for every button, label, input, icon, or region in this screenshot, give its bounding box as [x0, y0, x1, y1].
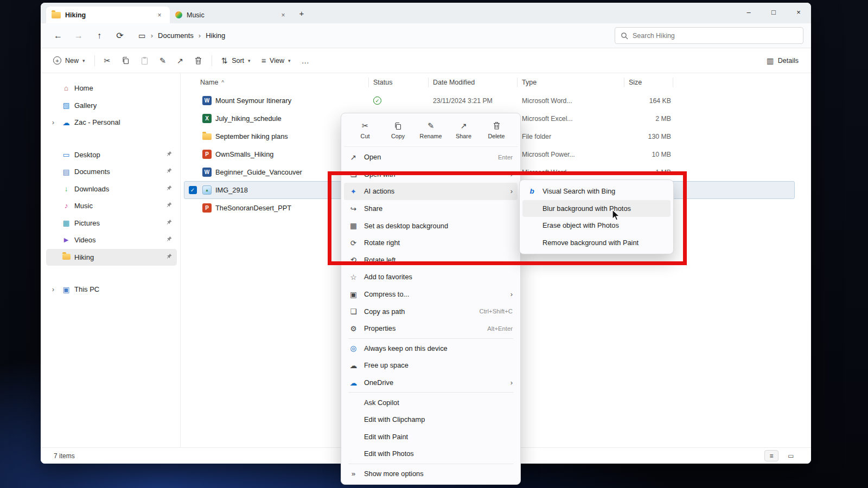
- column-header-status[interactable]: Status: [368, 78, 428, 87]
- menu-item-edit-with-clipchamp[interactable]: Edit with Clipchamp: [344, 411, 518, 428]
- up-button[interactable]: ↑: [90, 27, 109, 45]
- menu-item-free-up-space[interactable]: ☁ Free up space: [344, 357, 518, 374]
- submenu-arrow-icon: ›: [510, 378, 513, 387]
- copy-button[interactable]: [117, 52, 135, 70]
- column-header-date-modified[interactable]: Date Modified: [428, 78, 517, 87]
- sidebar-item-gallery[interactable]: ▧ Gallery: [46, 97, 177, 114]
- plus-icon: +: [53, 56, 61, 65]
- menu-separator: [348, 392, 513, 393]
- menu-item-edit-with-paint[interactable]: Edit with Paint: [344, 428, 518, 446]
- menu-item-edit-with-photos[interactable]: Edit with Photos: [344, 445, 518, 463]
- copy-quick-action[interactable]: Copy: [384, 117, 413, 144]
- sidebar-item-desktop[interactable]: ▭ Desktop: [46, 146, 177, 164]
- delete-quick-action[interactable]: Delete: [482, 117, 511, 144]
- cut-button[interactable]: ✂: [99, 52, 116, 70]
- submenu-item-blur-background-photos[interactable]: Blur background with Photos: [522, 200, 671, 217]
- file-type: Microsoft Power...: [518, 151, 624, 158]
- chevron-down-icon: ▾: [248, 58, 251, 63]
- breadcrumb-hiking[interactable]: Hiking: [206, 31, 225, 40]
- file-date: 23/11/2024 3:21 PM: [429, 97, 518, 105]
- cut-quick-action[interactable]: ✂ Cut: [350, 117, 380, 144]
- file-row[interactable]: WMount Seymour Itinerary ✓ 23/11/2024 3:…: [184, 92, 795, 110]
- file-type: Microsoft Word...: [518, 97, 624, 105]
- word-file-icon: W: [202, 168, 212, 177]
- breadcrumb-documents[interactable]: Documents: [158, 31, 194, 40]
- file-type: Microsoft Excel...: [518, 115, 624, 123]
- menu-item-open[interactable]: ↗ Open Enter: [344, 149, 518, 166]
- file-name: Beginner_Guide_Vancouver: [215, 168, 302, 176]
- sidebar-item-videos[interactable]: ▶ Videos: [46, 232, 177, 249]
- menu-item-share[interactable]: ↪ Share: [344, 200, 518, 217]
- column-header-name[interactable]: Name ^: [184, 78, 368, 87]
- menu-item-show-more-options[interactable]: » Show more options: [344, 465, 518, 483]
- submenu-item-remove-background-paint[interactable]: Remove background with Paint: [522, 234, 671, 252]
- details-view-toggle[interactable]: ≡: [764, 450, 778, 461]
- rename-button[interactable]: ✎: [155, 52, 171, 70]
- back-button[interactable]: ←: [48, 27, 68, 45]
- share-quick-action[interactable]: ↗ Share: [449, 117, 478, 144]
- sort-button[interactable]: ⇅ Sort ▾: [216, 52, 256, 70]
- shortcut-label: Enter: [498, 154, 513, 160]
- details-pane-button[interactable]: ▥ Details: [762, 52, 803, 70]
- checkbox-checked[interactable]: ✓: [189, 186, 197, 194]
- menu-item-open-with[interactable]: ❏ Open with ›: [344, 166, 518, 183]
- share-icon: ↗: [460, 121, 467, 131]
- sidebar-item-hiking[interactable]: Hiking: [46, 249, 177, 266]
- rename-quick-action[interactable]: ✎ Rename: [416, 117, 445, 144]
- menu-item-rotate-right[interactable]: ⟳ Rotate right: [344, 234, 518, 252]
- submenu-item-visual-search-bing[interactable]: b Visual Search with Bing: [522, 183, 671, 200]
- column-header-type[interactable]: Type: [517, 78, 624, 87]
- excel-file-icon: X: [202, 114, 212, 123]
- large-icons-view-toggle[interactable]: ▭: [784, 450, 798, 461]
- menu-item-copy-as-path[interactable]: ❏ Copy as path Ctrl+Shift+C: [344, 303, 518, 320]
- quick-actions-row: ✂ Cut Copy ✎ Rename ↗ Share Delete: [344, 115, 518, 147]
- new-button[interactable]: + New ▾: [48, 52, 90, 70]
- tab-hiking[interactable]: Hiking ×: [46, 7, 170, 23]
- sidebar-item-home[interactable]: ⌂ Home: [46, 80, 177, 97]
- menu-item-ai-actions[interactable]: ✦ AI actions ›: [344, 183, 518, 200]
- chevron-right-icon[interactable]: ›: [48, 286, 58, 293]
- tab-close-icon[interactable]: ×: [155, 11, 164, 19]
- close-button[interactable]: ×: [786, 3, 811, 21]
- paste-icon: [141, 56, 149, 65]
- search-input[interactable]: Search Hiking: [615, 27, 803, 44]
- sidebar-item-pictures[interactable]: ▦ Pictures: [46, 215, 177, 232]
- share-button[interactable]: ↗: [172, 52, 188, 70]
- sidebar-item-documents[interactable]: ▤ Documents: [46, 163, 177, 181]
- tab-music[interactable]: Music ×: [170, 7, 293, 23]
- file-size: 1 MB: [624, 169, 673, 176]
- forward-button[interactable]: →: [69, 27, 88, 45]
- downloads-icon: ↓: [60, 185, 72, 193]
- ai-actions-submenu: b Visual Search with Bing Blur backgroun…: [519, 179, 674, 254]
- delete-button[interactable]: [189, 52, 207, 70]
- view-button[interactable]: ≡ View ▾: [257, 52, 296, 70]
- menu-item-ask-copilot[interactable]: Ask Copilot: [344, 394, 518, 411]
- gallery-icon: ▧: [60, 101, 72, 110]
- refresh-button[interactable]: ⟳: [110, 27, 130, 45]
- menu-item-add-to-favorites[interactable]: ☆ Add to favorites: [344, 268, 518, 286]
- maximize-button[interactable]: □: [761, 3, 786, 21]
- sort-ascending-icon: ^: [221, 80, 224, 86]
- menu-item-compress-to[interactable]: ▣ Compress to... ›: [344, 286, 518, 303]
- tab-bar: Hiking × Music × + – □ ×: [41, 3, 811, 23]
- chevron-right-icon[interactable]: ›: [48, 119, 58, 126]
- pin-icon: [166, 185, 173, 193]
- minimize-button[interactable]: –: [736, 3, 761, 21]
- sidebar-item-downloads[interactable]: ↓ Downloads: [46, 181, 177, 198]
- submenu-item-erase-object-photos[interactable]: Erase object with Photos: [522, 217, 671, 234]
- sidebar-item-music[interactable]: ♪ Music: [46, 197, 177, 215]
- column-header-size[interactable]: Size: [624, 78, 673, 87]
- sidebar-item-this-pc[interactable]: › ▣ This PC: [46, 281, 177, 298]
- menu-item-properties[interactable]: ⚙ Properties Alt+Enter: [344, 320, 518, 337]
- more-options-button[interactable]: …: [297, 52, 315, 70]
- menu-item-set-as-desktop-background[interactable]: ▦ Set as desktop background: [344, 217, 518, 234]
- paste-button[interactable]: [136, 52, 154, 70]
- home-icon: ⌂: [60, 84, 72, 92]
- tab-close-icon[interactable]: ×: [278, 11, 288, 19]
- menu-item-always-keep-on-device[interactable]: ◎ Always keep on this device: [344, 340, 518, 357]
- sidebar-item-onedrive-personal[interactable]: › ☁ Zac - Personal: [46, 114, 177, 131]
- menu-item-onedrive[interactable]: ☁ OneDrive ›: [344, 374, 518, 391]
- new-tab-button[interactable]: +: [293, 5, 310, 21]
- menu-item-rotate-left[interactable]: ⟲ Rotate left: [344, 252, 518, 269]
- toolbar-divider: [212, 55, 212, 66]
